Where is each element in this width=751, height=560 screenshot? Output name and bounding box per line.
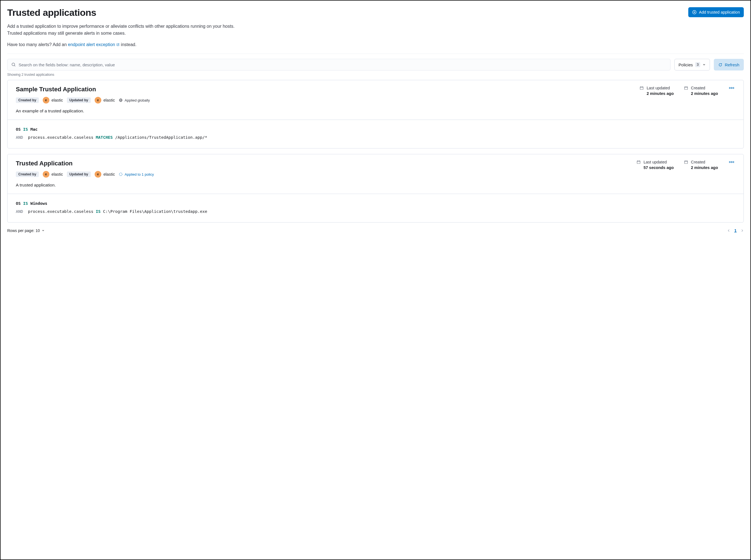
svg-rect-18 bbox=[733, 87, 734, 88]
page-current[interactable]: 1 bbox=[734, 228, 736, 233]
calendar-icon bbox=[684, 160, 688, 164]
svg-rect-8 bbox=[640, 87, 643, 89]
search-input-wrapper[interactable] bbox=[7, 59, 671, 71]
svg-rect-16 bbox=[729, 87, 730, 88]
svg-rect-30 bbox=[733, 161, 734, 163]
card-conditions: OS IS Mac AND process.executable.caseles… bbox=[7, 120, 744, 148]
last-updated-value: 57 seconds ago bbox=[644, 165, 674, 170]
avatar: e bbox=[95, 97, 101, 103]
updated-by-user: elastic bbox=[103, 172, 115, 177]
created-value: 2 minutes ago bbox=[691, 165, 718, 170]
created-by-badge: Created by bbox=[16, 172, 39, 177]
trusted-app-card: Trusted Application Created by e elastic… bbox=[7, 154, 744, 223]
svg-rect-12 bbox=[685, 87, 688, 89]
rows-per-page-button[interactable]: Rows per page: 10 bbox=[7, 228, 45, 233]
last-updated-label: Last updated bbox=[644, 160, 674, 164]
plus-circle-icon bbox=[692, 10, 697, 15]
updated-by-badge: Updated by bbox=[67, 172, 91, 177]
refresh-button[interactable]: Refresh bbox=[714, 59, 744, 71]
avatar: e bbox=[95, 171, 101, 178]
created-value: 2 minutes ago bbox=[691, 91, 718, 96]
card-conditions: OS IS Windows AND process.executable.cas… bbox=[7, 194, 744, 222]
scope-global: Applied globally bbox=[119, 98, 150, 102]
intro-text-1: Add a trusted application to improve per… bbox=[7, 23, 235, 37]
svg-line-4 bbox=[15, 65, 15, 66]
refresh-label: Refresh bbox=[725, 62, 739, 67]
page-prev-button[interactable] bbox=[727, 229, 730, 232]
created-by-badge: Created by bbox=[16, 97, 39, 103]
card-actions-button[interactable] bbox=[728, 86, 735, 90]
created-label: Created bbox=[691, 160, 718, 164]
intro-text-2: Have too many alerts? Add an endpoint al… bbox=[7, 41, 235, 48]
external-link-icon bbox=[116, 43, 120, 46]
refresh-icon bbox=[718, 63, 723, 67]
calendar-icon bbox=[684, 86, 688, 90]
svg-rect-28 bbox=[729, 161, 730, 163]
card-description: An example of a trusted application. bbox=[16, 108, 634, 114]
chevron-down-icon bbox=[42, 229, 45, 232]
partial-icon bbox=[119, 172, 123, 176]
globe-icon bbox=[119, 98, 123, 102]
page-title: Trusted applications bbox=[7, 7, 96, 18]
svg-point-3 bbox=[12, 63, 15, 66]
card-actions-button[interactable] bbox=[728, 160, 735, 164]
search-input[interactable] bbox=[19, 62, 666, 67]
add-button-label: Add trusted application bbox=[699, 10, 740, 15]
last-updated-label: Last updated bbox=[647, 86, 674, 90]
scope-policy-link[interactable]: Applied to 1 policy bbox=[119, 172, 154, 177]
trusted-app-card: Sample Trusted Application Created by e … bbox=[7, 80, 744, 148]
search-icon bbox=[12, 62, 16, 67]
endpoint-alert-exception-link[interactable]: endpoint alert exception bbox=[68, 42, 120, 47]
policies-label: Policies bbox=[678, 62, 693, 67]
svg-rect-24 bbox=[685, 161, 688, 164]
svg-point-19 bbox=[119, 173, 122, 176]
card-title: Sample Trusted Application bbox=[16, 86, 634, 93]
card-title: Trusted Application bbox=[16, 160, 631, 167]
result-count: Showing 2 trusted applications bbox=[7, 73, 744, 77]
calendar-icon bbox=[636, 160, 641, 164]
created-label: Created bbox=[691, 86, 718, 90]
created-by-user: elastic bbox=[52, 98, 63, 102]
add-trusted-application-button[interactable]: Add trusted application bbox=[688, 7, 744, 17]
page-next-button[interactable] bbox=[740, 229, 744, 232]
policies-count-badge: 3 bbox=[695, 62, 700, 67]
card-description: A trusted application. bbox=[16, 183, 631, 187]
svg-rect-29 bbox=[731, 161, 732, 163]
updated-by-user: elastic bbox=[103, 98, 115, 102]
svg-rect-17 bbox=[731, 87, 732, 88]
chevron-down-icon bbox=[703, 63, 706, 66]
updated-by-badge: Updated by bbox=[67, 97, 91, 103]
divider bbox=[7, 54, 744, 54]
policies-filter-button[interactable]: Policies 3 bbox=[674, 59, 710, 71]
avatar: e bbox=[43, 171, 50, 178]
svg-rect-20 bbox=[637, 161, 640, 164]
avatar: e bbox=[43, 97, 50, 103]
created-by-user: elastic bbox=[52, 172, 63, 177]
calendar-icon bbox=[639, 86, 644, 90]
last-updated-value: 2 minutes ago bbox=[647, 91, 674, 96]
